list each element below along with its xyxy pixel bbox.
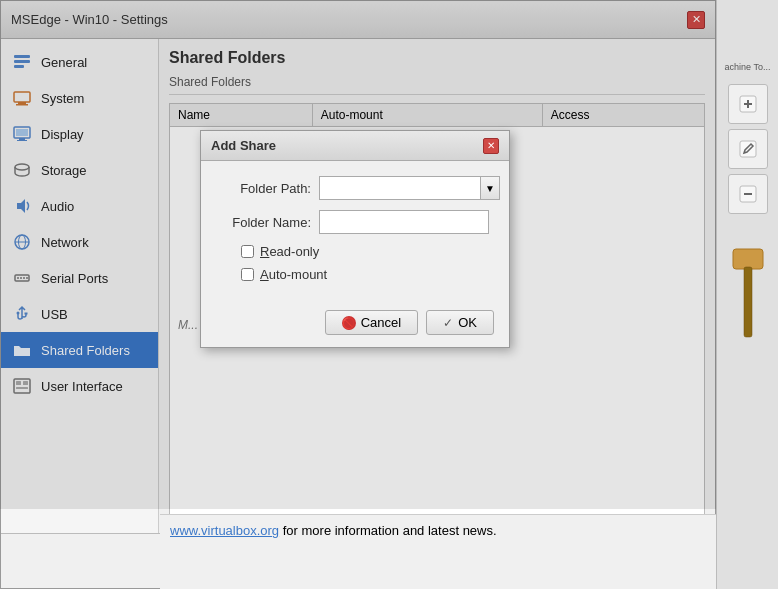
right-panel: achine To... [716,0,778,589]
folder-name-row: Folder Name: [221,210,489,234]
svg-rect-34 [744,267,752,337]
readonly-label: Read-only [260,244,319,259]
automount-label: Auto-mount [260,267,327,282]
folder-path-row: Folder Path: ▼ [221,176,489,200]
folder-name-input[interactable] [319,210,489,234]
hammer-illustration [723,239,773,359]
svg-rect-29 [740,141,756,157]
dialog-body: Folder Path: ▼ Folder Name: Read-only Au… [201,161,509,300]
info-text: for more information and latest news. [279,523,497,538]
dialog-ok-label: OK [458,315,477,330]
dialog-cancel-icon: 🚫 [342,316,356,330]
dialog-buttons: 🚫 Cancel ✓ OK [201,300,509,347]
dialog-title: Add Share [211,138,276,153]
machine-tools-label: achine To... [723,60,773,74]
add-share-dialog: Add Share ✕ Folder Path: ▼ Folder Name: … [200,130,510,348]
add-button[interactable] [728,84,768,124]
readonly-checkbox[interactable] [241,245,254,258]
dialog-ok-button[interactable]: ✓ OK [426,310,494,335]
info-link[interactable]: www.virtualbox.org [170,523,279,538]
folder-path-input-group: ▼ [319,176,500,200]
dialog-cancel-button[interactable]: 🚫 Cancel [325,310,418,335]
folder-path-input[interactable] [319,176,480,200]
dialog-title-bar: Add Share ✕ [201,131,509,161]
folder-path-label: Folder Path: [221,181,311,196]
readonly-row: Read-only [221,244,489,259]
automount-row: Auto-mount [221,267,489,282]
dialog-close-button[interactable]: ✕ [483,138,499,154]
automount-checkbox[interactable] [241,268,254,281]
folder-name-label: Folder Name: [221,215,311,230]
folder-path-dropdown[interactable]: ▼ [480,176,500,200]
dialog-cancel-label: Cancel [361,315,401,330]
edit-button[interactable] [728,129,768,169]
svg-rect-32 [733,249,763,269]
remove-button[interactable] [728,174,768,214]
info-area: www.virtualbox.org for more information … [160,514,716,589]
dialog-ok-icon: ✓ [443,316,453,330]
